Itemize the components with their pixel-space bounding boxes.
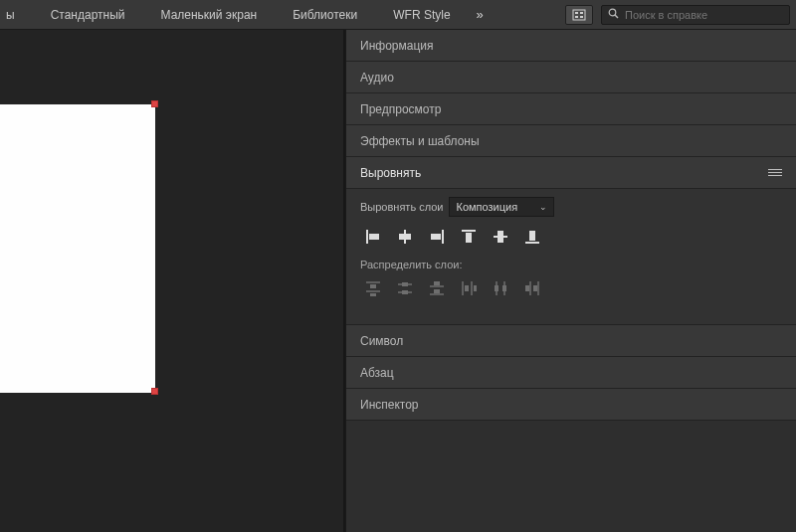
svg-rect-24 xyxy=(402,282,408,286)
svg-rect-14 xyxy=(466,233,472,243)
panel-filler xyxy=(346,421,796,532)
distribute-buttons-row xyxy=(360,276,782,300)
distribute-v-center-button xyxy=(392,276,418,300)
svg-rect-3 xyxy=(575,16,578,18)
align-right-button[interactable] xyxy=(424,225,450,249)
workspace-tab-wfr-style[interactable]: WFR Style xyxy=(375,0,468,30)
panel-inspector[interactable]: Инспектор xyxy=(346,389,796,421)
composition-viewer[interactable] xyxy=(0,30,345,532)
svg-rect-39 xyxy=(525,285,529,291)
help-search[interactable] xyxy=(601,5,790,25)
panel-title: Абзац xyxy=(360,362,394,384)
workspace-tab-partial[interactable]: ы xyxy=(6,0,33,30)
distribute-left-button xyxy=(456,276,482,300)
distribute-bottom-button xyxy=(424,276,450,300)
svg-rect-41 xyxy=(533,285,537,291)
panel-info[interactable]: Информация xyxy=(346,30,796,62)
panel-title: Предпросмотр xyxy=(360,98,441,120)
panel-title: Инспектор xyxy=(360,394,419,416)
distribute-right-button xyxy=(519,276,545,300)
panel-title: Информация xyxy=(360,35,433,57)
panel-character[interactable]: Символ xyxy=(346,325,796,357)
distribute-top-button xyxy=(360,276,386,300)
distribute-h-center-button xyxy=(488,276,513,300)
align-top-button[interactable] xyxy=(456,225,482,249)
svg-rect-2 xyxy=(580,12,583,14)
svg-line-6 xyxy=(615,15,618,18)
align-layers-label: Выровнять слои xyxy=(360,201,443,213)
svg-rect-38 xyxy=(502,285,506,291)
panel-title: Выровнять xyxy=(360,162,421,184)
panel-audio[interactable]: Аудио xyxy=(346,62,796,93)
sync-icon xyxy=(572,9,586,21)
svg-rect-0 xyxy=(573,10,585,20)
panel-align[interactable]: Выровнять xyxy=(346,157,796,189)
align-to-value: Композиция xyxy=(456,201,517,213)
svg-rect-10 xyxy=(399,234,411,240)
align-v-center-button[interactable] xyxy=(488,225,513,249)
svg-rect-22 xyxy=(370,293,376,296)
panel-effects[interactable]: Эффекты и шаблоны xyxy=(346,125,796,157)
svg-rect-16 xyxy=(498,231,503,243)
selection-handle[interactable] xyxy=(151,388,158,395)
help-search-input[interactable] xyxy=(625,9,783,21)
top-bar: ы Стандартный Маленький экран Библиотеки… xyxy=(0,0,796,30)
svg-rect-26 xyxy=(402,290,408,294)
chevron-down-icon: ⌄ xyxy=(539,202,547,212)
work-area: Информация Аудио Предпросмотр Эффекты и … xyxy=(0,30,796,532)
composition-canvas[interactable] xyxy=(0,104,155,393)
svg-rect-1 xyxy=(575,12,578,14)
side-panels: Информация Аудио Предпросмотр Эффекты и … xyxy=(345,30,796,532)
align-bottom-button[interactable] xyxy=(519,225,545,249)
workspace-tab-small-screen[interactable]: Маленький экран xyxy=(143,0,276,30)
distribute-label: Распределить слои: xyxy=(360,259,782,270)
svg-rect-27 xyxy=(434,281,440,285)
align-left-button[interactable] xyxy=(360,225,386,249)
panel-title: Аудио xyxy=(360,67,394,89)
align-h-center-button[interactable] xyxy=(392,225,418,249)
panel-title: Символ xyxy=(360,330,403,352)
svg-point-5 xyxy=(609,9,616,16)
overflow-chevrons-icon[interactable]: » xyxy=(469,7,490,22)
panel-paragraph[interactable]: Абзац xyxy=(346,357,796,389)
svg-rect-29 xyxy=(434,289,440,293)
workspace-tabs: ы Стандартный Маленький экран Библиотеки… xyxy=(6,0,561,30)
svg-rect-12 xyxy=(431,234,441,240)
workspace-tab-standard[interactable]: Стандартный xyxy=(33,0,143,30)
svg-rect-36 xyxy=(495,285,498,291)
align-buttons-row xyxy=(360,225,782,249)
panel-title: Эффекты и шаблоны xyxy=(360,130,480,152)
sync-settings-button[interactable] xyxy=(565,5,593,25)
search-icon xyxy=(608,8,619,21)
align-to-dropdown[interactable]: Композиция ⌄ xyxy=(449,197,554,217)
svg-rect-8 xyxy=(369,234,379,240)
selection-handle[interactable] xyxy=(151,100,158,107)
svg-rect-4 xyxy=(580,16,583,18)
svg-rect-32 xyxy=(465,285,469,291)
svg-rect-18 xyxy=(529,231,535,241)
panel-preview[interactable]: Предпросмотр xyxy=(346,93,796,125)
svg-rect-34 xyxy=(474,285,477,291)
svg-rect-20 xyxy=(370,284,376,288)
panel-menu-icon[interactable] xyxy=(768,169,782,176)
workspace-tab-libraries[interactable]: Библиотеки xyxy=(275,0,375,30)
align-panel-body: Выровнять слои Композиция ⌄ xyxy=(346,189,796,325)
